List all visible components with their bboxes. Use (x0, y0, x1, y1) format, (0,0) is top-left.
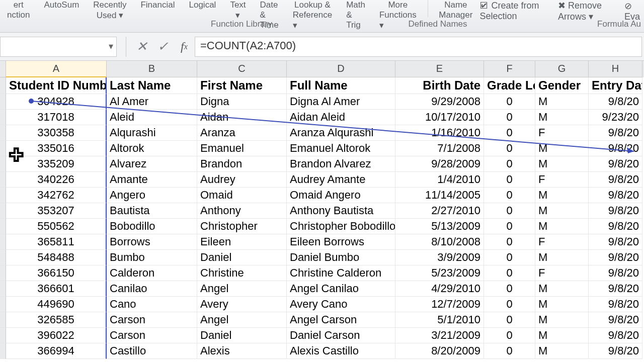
cell[interactable]: M (535, 156, 589, 172)
cell[interactable]: F (535, 265, 589, 281)
cell[interactable]: 12/7/2009 (395, 297, 484, 312)
cell[interactable]: Altorok (107, 141, 197, 156)
cell[interactable]: 2/27/2010 (395, 203, 484, 219)
formula-input[interactable]: =COUNT(A2:A700) (195, 37, 642, 57)
col-header-G[interactable]: G (535, 61, 589, 77)
cell[interactable]: Christopher (197, 219, 287, 234)
ribbon-button[interactable]: Logical (182, 0, 223, 10)
cell[interactable]: 548488 (6, 250, 107, 265)
cell[interactable]: Omaid Angero (287, 188, 395, 203)
cell[interactable]: 326585 (6, 312, 107, 328)
cell[interactable]: 342762 (6, 188, 107, 203)
cell[interactable]: 0 (484, 125, 535, 141)
cell[interactable]: Emanuel (197, 141, 287, 156)
cell[interactable]: M (535, 110, 589, 125)
ribbon-button[interactable]: RecentlyUsed ▾ (86, 0, 133, 21)
cell[interactable]: 3/9/2009 (395, 250, 484, 265)
cell[interactable]: 5/1/2010 (395, 312, 484, 328)
cell[interactable]: 11/14/2005 (395, 188, 484, 203)
cell[interactable]: 0 (484, 265, 535, 281)
cell[interactable]: 365811 (6, 234, 107, 250)
ribbon-button[interactable]: Financial (133, 0, 182, 10)
cell[interactable]: 9/8/20 (589, 94, 642, 110)
cell[interactable]: M (535, 141, 589, 156)
name-box[interactable]: ▾ (0, 37, 117, 57)
cell[interactable]: 9/29/2008 (395, 94, 484, 110)
cell[interactable]: Carson (107, 328, 197, 343)
cell[interactable]: 9/28/2009 (395, 156, 484, 172)
cell-B1[interactable]: Last Name (107, 77, 197, 94)
cell[interactable]: Bobodillo (107, 219, 197, 234)
col-header-B[interactable]: B (107, 61, 197, 77)
cell[interactable]: 9/8/20 (589, 125, 642, 141)
cell[interactable]: M (535, 219, 589, 234)
cell[interactable]: Omaid (197, 188, 287, 203)
cell[interactable]: F (535, 172, 589, 188)
cell[interactable]: M (535, 94, 589, 110)
cell[interactable]: 550562 (6, 219, 107, 234)
cell[interactable]: 0 (484, 110, 535, 125)
cell[interactable]: 8/20/2009 (395, 343, 484, 359)
col-header-D[interactable]: D (287, 61, 395, 77)
cell-D1[interactable]: Full Name (287, 77, 395, 94)
cell[interactable]: F (535, 125, 589, 141)
select-all-corner[interactable] (0, 61, 6, 77)
cell[interactable]: Daniel Carson (287, 328, 395, 343)
cell[interactable]: Digna (197, 94, 287, 110)
cell[interactable]: 9/8/20 (589, 250, 642, 265)
cell[interactable]: Aranza Alqurashi (287, 125, 395, 141)
cell[interactable]: Carson (107, 312, 197, 328)
cell[interactable]: 9/8/20 (589, 312, 642, 328)
cell[interactable]: 9/8/20 (589, 203, 642, 219)
insert-function-button[interactable]: fx (174, 37, 195, 57)
cell[interactable]: 0 (484, 234, 535, 250)
cell[interactable]: 366150 (6, 265, 107, 281)
cell[interactable]: M (535, 297, 589, 312)
cell[interactable]: 0 (484, 219, 535, 234)
cell[interactable]: 10/17/2010 (395, 110, 484, 125)
cell-E1[interactable]: Birth Date (395, 77, 484, 94)
col-header-H[interactable]: H (589, 61, 642, 77)
cell[interactable]: 1/16/2010 (395, 125, 484, 141)
cell[interactable]: 0 (484, 141, 535, 156)
cell[interactable]: 340226 (6, 172, 107, 188)
cell[interactable]: 330358 (6, 125, 107, 141)
cell[interactable]: Aidan Aleid (287, 110, 395, 125)
cell[interactable]: 5/13/2009 (395, 219, 484, 234)
cell[interactable]: 366994 (6, 343, 107, 359)
cancel-formula-button[interactable]: ✕ (131, 37, 152, 57)
cell[interactable]: 9/8/20 (589, 297, 642, 312)
cell[interactable]: 396022 (6, 328, 107, 343)
cell[interactable]: Eileen (197, 234, 287, 250)
cell[interactable]: 0 (484, 250, 535, 265)
cell[interactable]: 353207 (6, 203, 107, 219)
name-box-dropdown-icon[interactable]: ▾ (109, 41, 113, 52)
cell[interactable]: 1/4/2010 (395, 172, 484, 188)
cell[interactable]: Eileen Borrows (287, 234, 395, 250)
cell[interactable]: Alvarez (107, 156, 197, 172)
cell-C1[interactable]: First Name (197, 77, 287, 94)
cell[interactable]: M (535, 312, 589, 328)
cell[interactable]: M (535, 250, 589, 265)
cell[interactable]: 449690 (6, 297, 107, 312)
cell[interactable]: 317018 (6, 110, 107, 125)
cell[interactable]: Angel (197, 281, 287, 297)
cell-A1[interactable]: Student ID Number (6, 77, 107, 94)
cell[interactable]: Avery Cano (287, 297, 395, 312)
cell[interactable]: Castillo (107, 343, 197, 359)
col-header-A[interactable]: A (6, 61, 107, 77)
cell[interactable]: 8/10/2008 (395, 234, 484, 250)
cell[interactable]: Avery (197, 297, 287, 312)
cell[interactable]: F (535, 234, 589, 250)
cell[interactable]: Brandon Alvarez (287, 156, 395, 172)
cell[interactable]: 366601 (6, 281, 107, 297)
cell[interactable]: Daniel (197, 328, 287, 343)
cell[interactable]: 0 (484, 281, 535, 297)
cell[interactable]: Digna Al Amer (287, 94, 395, 110)
cell[interactable]: 9/8/20 (589, 156, 642, 172)
cell[interactable]: Angel (197, 312, 287, 328)
cell[interactable]: 0 (484, 156, 535, 172)
cell[interactable]: M (535, 343, 589, 359)
col-header-E[interactable]: E (395, 61, 484, 77)
enter-formula-button[interactable]: ✓ (152, 37, 174, 57)
